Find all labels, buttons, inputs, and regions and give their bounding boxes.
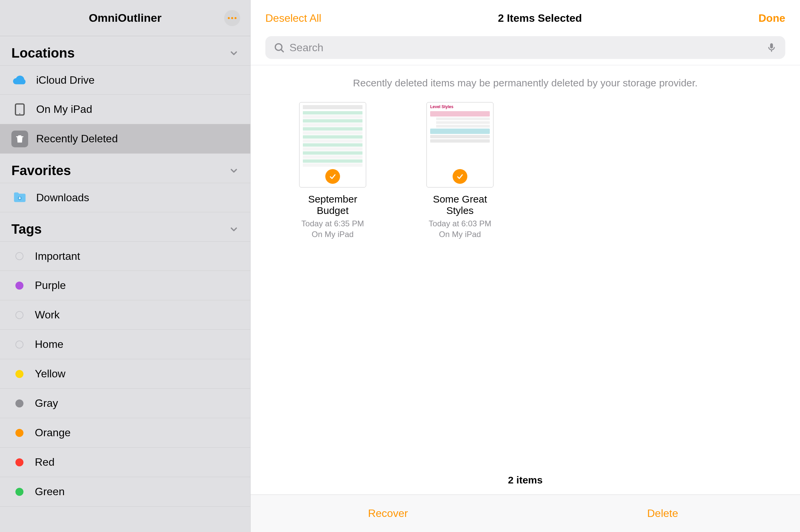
folder-icon: [12, 189, 28, 206]
tag-dot-icon: [15, 252, 23, 260]
section-title: Tags: [12, 222, 41, 237]
document-time: Today at 6:35 PM: [301, 219, 364, 228]
tag-green[interactable]: Green: [0, 477, 250, 507]
tag-dot-icon: [15, 311, 23, 319]
microphone-icon[interactable]: [766, 42, 777, 53]
sidebar-item-label: Green: [35, 486, 64, 498]
svg-point-1: [19, 113, 20, 114]
tag-dot-icon: [15, 282, 23, 290]
tag-orange[interactable]: Orange: [0, 418, 250, 448]
sidebar-item-label: Purple: [35, 279, 66, 291]
sidebar-item-label: Gray: [35, 397, 58, 410]
main-header: Deselect All 2 Items Selected Done: [250, 0, 800, 36]
tag-dot-icon: [15, 458, 23, 467]
sidebar-item-label: Orange: [35, 426, 71, 439]
document-thumbnail: [299, 102, 366, 188]
trash-icon: [12, 131, 28, 147]
cloud-icon: [12, 72, 28, 89]
document-time: Today at 6:03 PM: [429, 219, 491, 228]
sidebar-item-label: On My iPad: [36, 103, 92, 115]
documents-grid: September Budget Today at 6:35 PM On My …: [250, 102, 800, 240]
info-notice: Recently deleted items may be permanentl…: [250, 65, 800, 102]
tag-purple[interactable]: Purple: [0, 271, 250, 300]
document-meta: Today at 6:03 PM On My iPad: [429, 218, 491, 240]
sidebar-item-label: Important: [35, 250, 80, 263]
sidebar-item-label: Downloads: [36, 191, 89, 204]
document-meta: Today at 6:35 PM On My iPad: [301, 218, 364, 240]
sidebar-item-label: Recently Deleted: [36, 133, 118, 145]
section-header-favorites[interactable]: Favorites: [0, 154, 250, 183]
sidebar-header: OmniOutliner: [0, 0, 250, 36]
sidebar-item-label: Red: [35, 456, 55, 469]
tag-dot-icon: [15, 488, 23, 496]
ipad-icon: [12, 101, 28, 118]
sidebar-item-label: Yellow: [35, 367, 65, 380]
document-location: On My iPad: [439, 230, 481, 239]
tag-dot-icon: [15, 370, 23, 378]
main-content: Deselect All 2 Items Selected Done Recen…: [250, 0, 800, 532]
document-name: Some Great Styles: [418, 193, 502, 216]
sidebar-item-icloud-drive[interactable]: iCloud Drive: [0, 65, 250, 95]
locations-group: iCloud Drive On My iPad Recently Deleted: [0, 65, 250, 154]
sidebar-content: Locations iCloud Drive On My iPad: [0, 36, 250, 532]
svg-line-4: [281, 50, 283, 52]
selected-check-icon: [325, 169, 340, 184]
chevron-down-icon: [229, 224, 239, 234]
search-bar-wrap: [250, 36, 800, 65]
section-header-locations[interactable]: Locations: [0, 36, 250, 65]
tag-home[interactable]: Home: [0, 330, 250, 359]
search-icon: [273, 42, 285, 53]
sidebar-item-recently-deleted[interactable]: Recently Deleted: [0, 124, 250, 154]
section-header-tags[interactable]: Tags: [0, 212, 250, 241]
document-name: September Budget: [291, 193, 374, 216]
tag-important[interactable]: Important: [0, 241, 250, 271]
recover-button[interactable]: Recover: [250, 495, 525, 532]
selected-check-icon: [452, 169, 467, 184]
sidebar-item-label: iCloud Drive: [36, 74, 94, 87]
delete-button[interactable]: Delete: [525, 495, 800, 532]
bottom-toolbar: Recover Delete: [250, 494, 800, 532]
section-title: Favorites: [12, 163, 71, 178]
tag-yellow[interactable]: Yellow: [0, 359, 250, 389]
document-location: On My iPad: [312, 230, 353, 239]
document-item[interactable]: Level Styles Some Great Styles Today at …: [418, 102, 502, 240]
tag-dot-icon: [15, 341, 23, 348]
sidebar-item-label: Work: [35, 309, 60, 321]
search-input[interactable]: [290, 41, 761, 54]
thumb-title: Level Styles: [427, 102, 493, 110]
tag-dot-icon: [15, 429, 23, 437]
app-title: OmniOutliner: [89, 12, 162, 24]
search-field[interactable]: [265, 36, 785, 59]
tag-work[interactable]: Work: [0, 300, 250, 330]
tag-gray[interactable]: Gray: [0, 389, 250, 418]
page-title: 2 Items Selected: [498, 12, 582, 24]
chevron-down-icon: [229, 48, 239, 58]
done-button[interactable]: Done: [759, 12, 785, 24]
chevron-down-icon: [229, 166, 239, 176]
ellipsis-icon: [228, 17, 237, 19]
item-count: 2 items: [250, 466, 800, 494]
sidebar: OmniOutliner Locations iCloud Drive: [0, 0, 250, 532]
sidebar-item-downloads[interactable]: Downloads: [0, 183, 250, 212]
sidebar-item-on-my-ipad[interactable]: On My iPad: [0, 95, 250, 124]
favorites-group: Downloads: [0, 183, 250, 212]
more-button[interactable]: [224, 10, 240, 26]
document-thumbnail: Level Styles: [426, 102, 494, 188]
deselect-all-button[interactable]: Deselect All: [265, 12, 321, 24]
section-title: Locations: [12, 45, 75, 61]
sidebar-item-label: Home: [35, 338, 63, 350]
tag-red[interactable]: Red: [0, 448, 250, 477]
document-item[interactable]: September Budget Today at 6:35 PM On My …: [291, 102, 374, 240]
tags-group: Important Purple Work Home Yellow Gray: [0, 241, 250, 507]
tag-dot-icon: [15, 399, 23, 407]
